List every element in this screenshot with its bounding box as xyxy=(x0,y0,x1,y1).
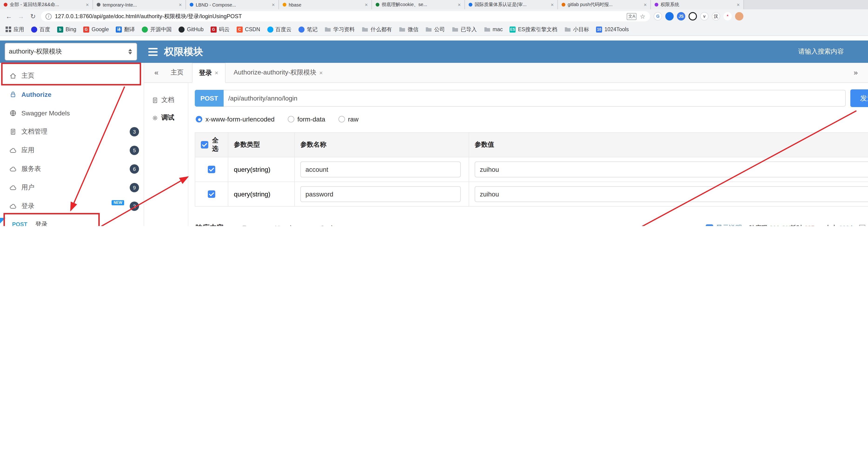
bookmark-google[interactable]: GGoogle xyxy=(83,26,109,32)
row-checkbox[interactable] xyxy=(208,166,215,173)
param-name-input[interactable]: password xyxy=(300,186,461,202)
back-button[interactable]: ← xyxy=(5,12,13,20)
browser-tab[interactable]: 权限系统× xyxy=(651,0,744,9)
url-field[interactable]: i 127.0.0.1:8760/api/gate/doc.html#/auth… xyxy=(41,11,650,21)
close-tab-icon[interactable]: × xyxy=(319,69,323,76)
param-value-input[interactable]: zuihou xyxy=(475,162,868,177)
bookmark-csdn[interactable]: CCSDN xyxy=(237,26,260,32)
bookmark-baidu[interactable]: 百度 xyxy=(31,26,50,33)
gray-shield-icon[interactable]: v xyxy=(700,12,709,21)
tab-login[interactable]: 登录 × xyxy=(192,63,225,83)
bookmark-github[interactable]: GitHub xyxy=(179,26,204,32)
radio-x-www-form-urlencoded[interactable]: x-www-form-urlencoded xyxy=(196,115,275,123)
bookmark-es-docs[interactable]: ESES搜索引擎文档 xyxy=(510,26,557,33)
sidebar-item-login[interactable]: 登录NEW2 xyxy=(0,197,144,216)
response-tab-headers[interactable]: Headers xyxy=(274,219,302,226)
avatar-icon[interactable] xyxy=(735,12,743,21)
send-button[interactable]: 发送 xyxy=(850,89,868,107)
fullscreen-icon[interactable] xyxy=(859,225,865,226)
expand-tabs-icon[interactable]: » xyxy=(850,68,862,77)
browser-tab[interactable]: 全部 - 返回结果2&&命...× xyxy=(0,0,93,9)
response-tab-content[interactable]: 响应内容 xyxy=(195,219,224,226)
browser-tab[interactable]: gitlab push代码时报...× xyxy=(558,0,651,9)
tab-authorize-module[interactable]: Authorize-authority-权限模块 × xyxy=(227,63,330,82)
module-select[interactable]: authority-权限模块 xyxy=(5,43,137,60)
bookmark-tools-1024[interactable]: 101024Tools xyxy=(596,26,629,32)
tab-close-icon[interactable]: × xyxy=(737,2,740,7)
radio-icon xyxy=(287,116,294,122)
count-badge: 6 xyxy=(130,164,139,174)
select-all-checkbox[interactable] xyxy=(201,141,208,148)
tab-close-icon[interactable]: × xyxy=(458,2,461,7)
bookmark-label: ES搜索引擎文档 xyxy=(518,26,557,33)
nav-item-debug[interactable]: 调试 xyxy=(144,109,188,126)
sidebar-api-login-post[interactable]: POST登录 xyxy=(0,216,144,226)
reload-button[interactable]: ↻ xyxy=(29,12,37,20)
tab-close-icon[interactable]: × xyxy=(272,2,275,7)
sidebar-item-service-table[interactable]: 服务表6 xyxy=(0,160,144,178)
bookmark-translate[interactable]: 译翻译 xyxy=(116,26,135,33)
row-checkbox[interactable] xyxy=(208,190,215,198)
browser-tab[interactable]: 彻底理解cookie、se...× xyxy=(372,0,465,9)
sidebar-item-authorize[interactable]: Authorize xyxy=(0,85,144,104)
page-info-icon[interactable]: i xyxy=(45,13,52,19)
tab-home[interactable]: 主页 xyxy=(164,63,190,82)
main-area: « 主页 登录 × Authorize-authority-权限模块 × » xyxy=(144,63,868,226)
tab-close-icon[interactable]: × xyxy=(551,2,554,7)
bookmark-company[interactable]: 公司 xyxy=(425,26,445,33)
sidebar-item-swagger-models[interactable]: Swagger Models xyxy=(0,104,144,122)
sidebar-item-app[interactable]: 应用5 xyxy=(0,141,144,160)
bookmark-label: 开源中国 xyxy=(150,26,172,33)
bookmark-mac[interactable]: mac xyxy=(484,27,503,32)
sidebar-item-home[interactable]: 主页 xyxy=(0,66,144,85)
translate-icon[interactable]: 文A xyxy=(627,13,637,20)
search-input[interactable]: 请输入搜索内容 xyxy=(798,48,844,56)
dark-ring-icon[interactable] xyxy=(688,12,697,21)
forward-button[interactable]: → xyxy=(17,12,25,20)
param-name-input[interactable]: account xyxy=(300,162,461,177)
response-tab-curl[interactable]: Curl xyxy=(319,219,333,226)
show-desc-checkbox[interactable] xyxy=(706,224,713,226)
bookmark-everything[interactable]: 什么都有 xyxy=(362,26,392,33)
radio-form-data[interactable]: form-data xyxy=(287,115,325,123)
han-translate-icon[interactable]: 汉 xyxy=(712,12,720,21)
browser-tab[interactable]: LBND - Compose...× xyxy=(186,0,279,9)
bookmark-gitee[interactable]: G码云 xyxy=(211,26,230,33)
bookmark-baidu-cloud[interactable]: 百度云 xyxy=(267,26,291,33)
red-asterisk-icon[interactable]: * xyxy=(723,12,732,21)
tab-close-icon[interactable]: × xyxy=(86,2,89,7)
browser-tab[interactable]: hbase× xyxy=(279,0,372,9)
bookmark-wechat[interactable]: 微信 xyxy=(399,26,418,33)
request-path-input[interactable]: /api/authority/anno/login xyxy=(224,90,846,107)
bookmark-star-icon[interactable]: ☆ xyxy=(640,13,645,20)
close-tab-icon[interactable]: × xyxy=(215,69,218,76)
tab-favicon xyxy=(562,3,565,6)
radio-raw[interactable]: raw xyxy=(338,115,359,123)
tab-close-icon[interactable]: × xyxy=(365,2,368,7)
tab-close-icon[interactable]: × xyxy=(179,2,182,7)
browser-tab[interactable]: 国际质量体系认证是(审...× xyxy=(465,0,558,9)
nav-item-doc[interactable]: 文档 xyxy=(144,91,188,109)
bookmark-label: GitHub xyxy=(187,27,204,32)
param-value-input[interactable]: zuihou xyxy=(475,186,868,202)
bookmark-study[interactable]: 学习资料 xyxy=(324,26,355,33)
json-formatter-icon[interactable]: JS xyxy=(677,12,685,21)
bookmark-small-goal[interactable]: 小目标 xyxy=(564,26,589,33)
bookmark-oschina[interactable]: 开源中国 xyxy=(142,26,172,33)
sidebar-item-doc-manage[interactable]: 文档管理3 xyxy=(0,122,144,141)
bookmark-notes[interactable]: 笔记 xyxy=(299,26,317,33)
bookmark-apps[interactable]: 应用 xyxy=(6,26,24,33)
browser-tab[interactable]: temporary-Inte...× xyxy=(93,0,186,9)
menu-icon[interactable] xyxy=(148,48,158,56)
response-tab-raw[interactable]: Raw xyxy=(241,219,257,226)
bookmark-bing[interactable]: bBing xyxy=(57,26,76,32)
collapse-tabs-icon[interactable]: « xyxy=(151,68,162,77)
show-desc-toggle[interactable]: 显示说明 xyxy=(706,224,742,226)
sidebar-item-user[interactable]: 用户9 xyxy=(0,178,144,197)
folder-icon xyxy=(484,27,490,32)
blue-paw-icon[interactable] xyxy=(665,12,674,21)
bookmark-imported[interactable]: 已导入 xyxy=(452,26,477,33)
count-badge: 5 xyxy=(130,146,139,155)
google-icon[interactable]: G xyxy=(654,12,662,21)
tab-close-icon[interactable]: × xyxy=(644,2,647,7)
